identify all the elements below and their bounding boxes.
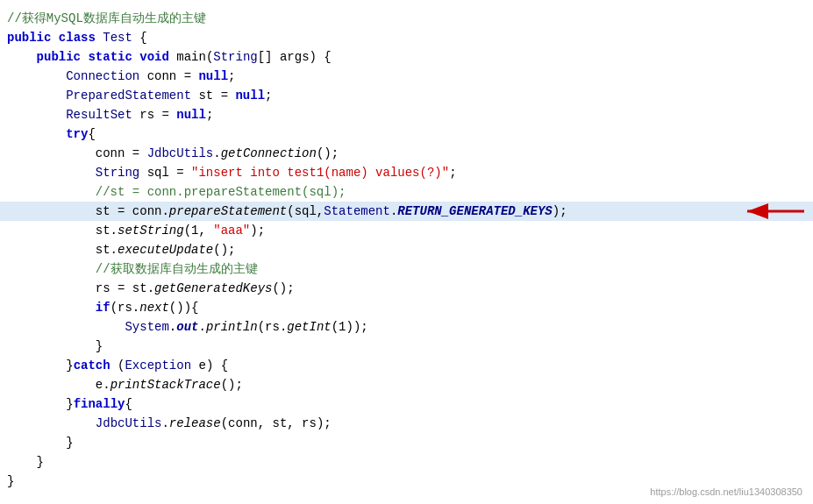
code-line-4: Connection conn = null; — [0, 67, 813, 86]
code-line-24: } — [0, 452, 813, 472]
code-line-7: try{ — [0, 124, 813, 144]
code-line-22: JdbcUtils.release(conn, st, rs); — [0, 414, 813, 433]
code-line-8: conn = JdbcUtils.getConnection(); — [0, 144, 813, 163]
code-line-14: //获取数据库自动生成的主键 — [0, 259, 813, 279]
code-line-11: st = conn.prepareStatement(sql,Statement… — [0, 202, 813, 221]
code-line-12: st.setString(1, "aaa"); — [0, 221, 813, 240]
watermark: https://blog.csdn.net/liu1340308350 — [650, 486, 802, 497]
code-line-21: }finally{ — [0, 394, 813, 414]
code-line-3: public static void main(String[] args) { — [0, 47, 813, 67]
code-line-9: String sql = "insert into test1(name) va… — [0, 163, 813, 182]
line-1-text: //获得MySQL数据库自动生成的主键 — [7, 11, 206, 26]
code-line-13: st.executeUpdate(); — [0, 240, 813, 259]
code-line-1: //获得MySQL数据库自动生成的主键 — [0, 9, 813, 28]
code-line-5: PreparedStatement st = null; — [0, 86, 813, 105]
code-line-2: public class Test { — [0, 28, 813, 47]
red-arrow — [738, 199, 809, 224]
code-line-18: } — [0, 337, 813, 356]
code-container: //获得MySQL数据库自动生成的主键 public class Test { … — [0, 0, 813, 504]
code-line-6: ResultSet rs = null; — [0, 105, 813, 124]
code-line-17: System.out.println(rs.getInt(1)); — [0, 317, 813, 337]
code-line-10: //st = conn.prepareStatement(sql); — [0, 182, 813, 202]
code-line-20: e.printStackTrace(); — [0, 375, 813, 394]
code-line-16: if(rs.next()){ — [0, 298, 813, 317]
code-line-15: rs = st.getGeneratedKeys(); — [0, 279, 813, 298]
code-line-23: } — [0, 433, 813, 452]
code-line-19: }catch (Exception e) { — [0, 356, 813, 375]
